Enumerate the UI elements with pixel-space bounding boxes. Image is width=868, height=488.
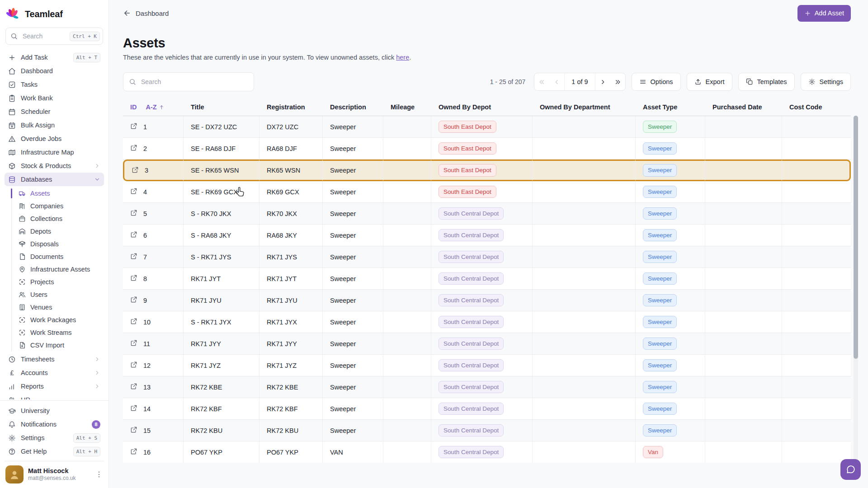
table-row-8[interactable]: 8RK71 JYTRK71 JYTSweeperSouth Central De… (123, 268, 851, 290)
table-row-14[interactable]: 14RK72 KBFRK72 KBFSweeperSouth Central D… (123, 398, 851, 420)
vertical-scrollbar-thumb[interactable] (854, 116, 858, 359)
column-header-id[interactable]: IDA-Z (123, 99, 184, 116)
add-asset-button[interactable]: Add Asset (797, 5, 851, 22)
sidebar-item-get-help[interactable]: Get HelpAlt + H (5, 445, 104, 458)
sidebar-item-bulk-assign[interactable]: Bulk Assign (5, 118, 104, 132)
sidebar-item-work-packages[interactable]: Work Packages (12, 314, 104, 326)
open-asset-link[interactable] (132, 166, 139, 175)
depot-badge: South Central Depot (439, 251, 504, 263)
chat-widget-button[interactable] (840, 459, 861, 480)
export-button[interactable]: Export (687, 73, 732, 91)
table-row-13[interactable]: 13RK72 KBERK72 KBESweeperSouth Central D… (123, 376, 851, 398)
last-page-button[interactable] (610, 73, 625, 90)
templates-button[interactable]: Templates (738, 73, 795, 91)
cell-registration: RK69 GCX (267, 188, 299, 196)
user-card[interactable]: Matt Hiscock matt@senses.co.uk (5, 461, 104, 488)
open-asset-link[interactable] (130, 231, 137, 239)
table-row-1[interactable]: 1SE - DX72 UZCDX72 UZCSweeperSouth East … (123, 116, 851, 138)
open-asset-link[interactable] (130, 122, 137, 131)
table-row-9[interactable]: 9RK71 JYURK71 JYUSweeperSouth Central De… (123, 290, 851, 311)
sidebar-item-tasks[interactable]: Tasks (5, 78, 104, 91)
options-button[interactable]: Options (632, 73, 681, 91)
open-asset-link[interactable] (130, 339, 137, 348)
open-asset-link[interactable] (130, 404, 137, 413)
table-row-15[interactable]: 15RK72 KBURK72 KBUSweeperSouth Central D… (123, 420, 851, 441)
sidebar-item-label: Collections (30, 215, 62, 222)
sort-control[interactable]: A-Z (146, 103, 165, 111)
sidebar-item-accounts[interactable]: Accounts (5, 366, 104, 380)
sidebar-item-timesheets[interactable]: Timesheets (5, 352, 104, 366)
kebab-menu-icon[interactable] (95, 470, 103, 479)
sidebar-item-infrastructure-assets[interactable]: Infrastructure Assets (12, 263, 104, 276)
cell-title: RK71 JYY (191, 340, 221, 347)
sidebar-item-scheduler[interactable]: Scheduler (5, 105, 104, 118)
table-row-16[interactable]: 16PO67 YKPPO67 YKPVANSouth Central Depot… (123, 441, 851, 463)
table-search[interactable] (123, 72, 254, 91)
sidebar-item-disposals[interactable]: Disposals (12, 238, 104, 250)
sidebar-item-notifications[interactable]: Notifications8 (5, 418, 104, 431)
table-row-10[interactable]: 10S - RK71 JYXRK71 JYXSweeperSouth Centr… (123, 311, 851, 333)
depot-badge: South Central Depot (439, 446, 504, 459)
table-row-5[interactable]: 5S - RK70 JKXRK70 JKXSweeperSouth Centra… (123, 203, 851, 225)
open-asset-link[interactable] (130, 361, 137, 370)
open-asset-link[interactable] (130, 188, 137, 196)
settings-button[interactable]: Settings (801, 73, 851, 91)
open-asset-link[interactable] (130, 144, 137, 153)
open-asset-link[interactable] (130, 274, 137, 283)
sidebar-item-projects[interactable]: Projects (12, 276, 104, 288)
prev-page-button[interactable] (549, 73, 564, 90)
sidebar-search[interactable]: Ctrl + K (5, 28, 103, 45)
sidebar-item-university[interactable]: University (5, 404, 104, 418)
sidebar-item-label: Get Help (21, 448, 68, 455)
sidebar-item-overdue-jobs[interactable]: Overdue Jobs (5, 132, 104, 145)
sidebar-item-hr[interactable]: HR (5, 393, 104, 399)
users-icon (19, 291, 26, 298)
sidebar-item-work-bank[interactable]: Work Bank (5, 91, 104, 105)
sidebar-item-assets[interactable]: Assets (12, 187, 104, 200)
open-asset-link[interactable] (130, 253, 137, 261)
depot-badge: South Central Depot (439, 229, 504, 242)
unowned-assets-link[interactable]: here (396, 54, 409, 61)
open-asset-link[interactable] (130, 426, 137, 435)
sidebar-item-venues[interactable]: Venues (12, 301, 104, 314)
open-asset-link[interactable] (130, 209, 137, 218)
table-row-2[interactable]: 2SE - RA68 DJFRA68 DJFSweeperSouth East … (123, 138, 851, 160)
first-page-button[interactable] (534, 73, 549, 90)
sidebar-search-input[interactable] (22, 32, 66, 40)
sidebar-item-work-streams[interactable]: Work Streams (12, 326, 104, 339)
table-row-11[interactable]: 11RK71 JYYRK71 JYYSweeperSouth Central D… (123, 333, 851, 355)
sidebar-item-documents[interactable]: Documents (12, 250, 104, 263)
sidebar-item-databases[interactable]: Databases (5, 173, 104, 186)
cell-description: VAN (330, 449, 343, 456)
sidebar-item-users[interactable]: Users (12, 288, 104, 301)
back-to-dashboard[interactable]: Dashboard (123, 9, 169, 17)
table-row-4[interactable]: 4SE - RK69 GCXRK69 GCXSweeperSouth East … (123, 181, 851, 203)
cell-title: RK71 JYT (191, 275, 221, 282)
asset-type-badge: Sweeper (643, 316, 677, 328)
table-row-6[interactable]: 6S - RA68 JKYRA68 JKYSweeperSouth Centra… (123, 225, 851, 246)
table-row-3[interactable]: 3SE - RK65 WSNRK65 WSNSweeperSouth East … (123, 160, 851, 181)
sidebar-item-stock-products[interactable]: Stock & Products (5, 159, 104, 173)
asset-type-badge: Sweeper (643, 142, 677, 155)
sidebar-item-csv-import[interactable]: CSV Import (12, 339, 104, 352)
open-asset-link[interactable] (130, 383, 137, 391)
sidebar-item-companies[interactable]: Companies (12, 200, 104, 212)
table-search-input[interactable] (140, 78, 248, 86)
sidebar-item-collections[interactable]: Collections (12, 212, 104, 225)
sidebar-item-reports[interactable]: Reports (5, 380, 104, 393)
home-icon (8, 67, 16, 75)
sidebar-item-depots[interactable]: Depots (12, 225, 104, 238)
sidebar-item-infrastructure-map[interactable]: Infrastructure Map (5, 145, 104, 159)
open-asset-link[interactable] (130, 448, 137, 456)
asset-type-badge: Sweeper (643, 359, 677, 372)
sidebar-item-label: Users (30, 291, 47, 298)
table-row-12[interactable]: 12RK71 JYZRK71 JYZSweeperSouth Central D… (123, 355, 851, 376)
sidebar-item-dashboard[interactable]: Dashboard (5, 64, 104, 78)
sidebar-item-settings[interactable]: SettingsAlt + S (5, 431, 104, 445)
sidebar-item-add-task[interactable]: Add TaskAlt + T (5, 51, 104, 64)
open-asset-link[interactable] (130, 296, 137, 305)
vertical-scrollbar-track[interactable] (854, 116, 858, 480)
next-page-button[interactable] (595, 73, 610, 90)
table-row-7[interactable]: 7S - RK71 JYSRK71 JYSSweeperSouth Centra… (123, 246, 851, 268)
open-asset-link[interactable] (130, 318, 137, 326)
